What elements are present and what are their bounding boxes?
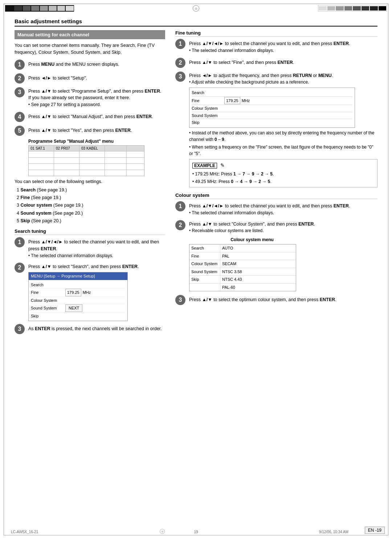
pr2c4 [105,151,127,157]
fine-b2-bold2: 9 [222,137,224,142]
fs3-arrow: ◄/► [202,73,212,78]
step-4: 4 Press ▲/▼ to select "Manual Adjust", a… [15,112,165,122]
pr4c1 [29,164,54,170]
list-item-2: 2 Fine (See page 19.) [17,194,165,202]
st-row-5: Skip [31,313,125,320]
ss2-enter: ENTER [122,264,138,269]
ft-label-5: Skip [192,119,222,126]
fine-step-2: 2 Press ▲/▼ to select "Fine", and then p… [175,58,377,68]
example-line-1: • 179.25 MHz: Press 1 → 7 → 9 → 2 → 5. [192,170,374,178]
fine-bullet-2: • Instead of the method above, you can a… [189,130,377,143]
st-label-4: Sound System [31,305,64,311]
cs1-arrow: ▲/▼/◄/► [202,203,224,208]
pr2c2 [54,151,79,157]
search-step-3: 3 As ENTER is pressed, the next channels… [15,324,165,334]
example-box: EXAMPLE ✎ • 179.25 MHz: Press 1 → 7 → 9 … [189,159,377,188]
fs1-enter: ENTER [334,41,349,46]
cs-step-3-num: 3 [175,295,185,305]
step-2-num: 2 [15,73,25,84]
pr4c2 [54,164,79,170]
ss3-enter: ENTER [35,326,50,331]
st-row-4: Sound System NEXT [31,304,125,313]
fs1-bullet: • The selected channel information displ… [189,48,274,53]
search-step-1: 1 Press ▲/▼/◄/► to select the channel yo… [15,237,165,259]
list-item-1: 1 Search (See page 19.) [17,186,165,194]
search-step-1-content: Press ▲/▼/◄/► to select the channel you … [28,237,165,259]
search-mini-table: MENU [Setup → Programme Setup] Search Fi… [28,272,128,321]
fine-step-3-content: Press ◄/► to adjust the frequency, and t… [189,72,377,188]
ft-row-3: Colour System [192,105,352,112]
csys-row-3: Colour System SECAM [189,260,296,268]
csys-row-1: Search AUTO [189,244,296,252]
bar-seg1 [5,6,13,11]
search-step-2: 2 Press ▲/▼ to select "Search", and then… [15,263,165,321]
li1-bold: Search [20,187,36,192]
step-1-num: 1 [15,60,25,70]
search-step-3-content: As ENTER is pressed, the next channels w… [28,324,162,332]
ex-b2: 7 [242,171,245,177]
st-value-2: 179.25 [65,289,81,296]
ft-label-2: Fine [192,98,222,104]
fs2-arrow: ▲/▼ [202,60,212,65]
prog-row-4 [29,164,144,170]
pr2c1 [29,151,54,157]
csys-left-2: Fine [189,252,220,260]
prog-cell-1: 01 SAT.1 [29,146,54,151]
header-bar-left [5,5,74,12]
fs3-return: RETURN [293,73,312,78]
rbar7 [370,6,378,11]
csys-menu-heading: Colour system menu [189,236,315,243]
fine-b2-bold: 0 [215,137,217,142]
ss1-enter: ENTER [41,246,56,251]
right-column: Fine tuning 1 Press ▲/▼/◄/► to select th… [175,30,377,310]
step-2-arrow: ◄/► [41,76,51,81]
li4-bold: Sound system [20,211,51,216]
search-table-bar: MENU [Setup → Programme Setup] [29,272,127,280]
footer-crosshair: ⊕ [160,529,165,534]
pr4c4 [105,164,127,170]
li2-bold: Fine [20,195,30,200]
cs-step-1-content: Press ▲/▼/◄/► to select the channel you … [189,201,350,216]
rbar3 [336,6,344,11]
pr5c3 [79,170,105,176]
ex2-b1: 0 [231,179,233,184]
fine-step-3-num: 3 [175,72,185,82]
ft-label-1: Search [192,90,222,96]
step-3-arrow: ▲/▼ [41,89,51,94]
csys-left-5: Skip [189,276,220,283]
ex2-b4: 2 [258,179,261,184]
colour-system-section: Colour system 1 Press ▲/▼/◄/► to select … [175,192,377,305]
fine-step-1-content: Press ▲/▼/◄/► to select the channel you … [189,39,350,54]
ft-row-2: Fine 179.25 MHz [192,97,352,105]
prog-cell-5 [127,146,144,151]
cs-step-1-num: 1 [175,201,185,211]
ex-b1: 1 [233,171,236,177]
csys-row-5: Skip NTSC 4.43 [189,276,296,284]
st-row-3: Colour System [31,297,125,304]
ex2-b2: 4 [240,179,243,184]
pr4c3 [79,164,105,170]
bar-seg8 [66,6,74,11]
csys-right-2: PAL [220,252,296,260]
csys-right-6: PAL-60 [220,284,296,291]
step-1-bold: MENU [41,62,54,67]
step-4-arrow: ▲/▼ [41,114,51,119]
ss2-arrow: ▲/▼ [41,264,51,269]
rbar2 [327,6,335,11]
rbar8 [379,6,387,11]
fine-bullets: • Instead of the method above, you can a… [189,130,377,157]
pr5c4 [105,170,127,176]
st-label-2: Fine [31,289,64,296]
prog-cell-3: 03 KABEL [79,146,105,151]
step-3-bullet: • See page 27 for setting a password. [28,102,101,107]
st-row-1: Search [31,281,125,289]
pr3c1 [29,158,54,163]
intro-text: You can set some channel items manually.… [15,42,165,56]
prog-row-2 [29,151,144,158]
step-5: 5 Press ▲/▼ to select "Yes", and then pr… [15,126,165,136]
st-btn-next: NEXT [65,304,82,312]
ex-b5: 5 [270,171,273,177]
fine-step-2-num: 2 [175,58,185,68]
cs3-enter: ENTER [320,297,335,302]
search-step-3-num: 3 [15,324,25,334]
